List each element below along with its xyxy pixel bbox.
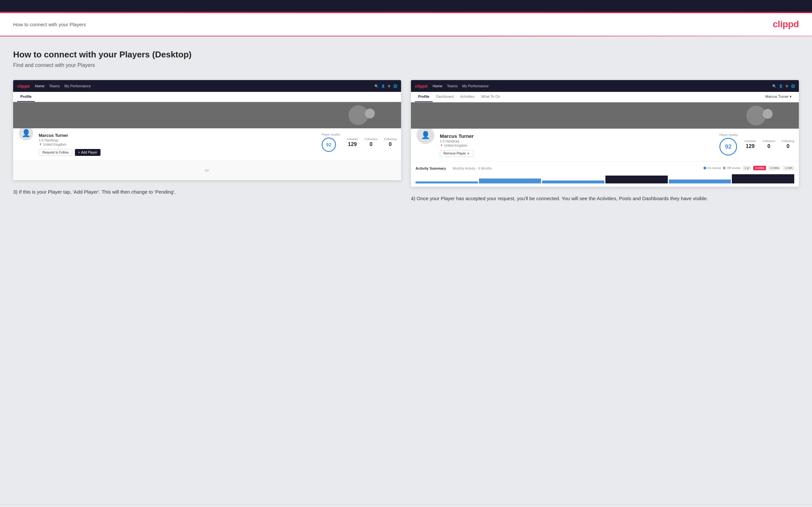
stat-activities-value-2: 129 (744, 144, 756, 149)
nav-performance-1[interactable]: My Performance (64, 84, 91, 88)
app-hero-1 (13, 102, 401, 128)
filter-1yr[interactable]: 1 yr (742, 166, 751, 170)
settings-icon-2[interactable] (785, 84, 789, 88)
player-stats-2: Player Quality 92 Activities 129 Followe… (719, 132, 794, 156)
quality-label-1: Player Quality (321, 133, 340, 136)
tab-profile-2[interactable]: Profile (415, 92, 433, 102)
nav-teams-2[interactable]: Teams (447, 84, 458, 88)
activity-summary: Activity Summary Monthly Activity - 6 Mo… (411, 161, 799, 187)
page-subheading: Find and connect with your Players (13, 62, 799, 68)
stat-following-value-2: 0 (782, 144, 794, 149)
player-name-1: Marcus Turner (39, 133, 317, 138)
profile-buttons-1: Request to Follow + Add Player (39, 149, 317, 156)
stat-activities-1: Activities 129 (347, 137, 358, 147)
tab-whattoon-2[interactable]: What To On (477, 92, 503, 102)
golf-terrain-2 (411, 102, 799, 129)
quality-circle-2: 92 (719, 138, 737, 156)
stat-activities-2: Activities 129 (744, 139, 756, 149)
player-location-2: United Kingdom (440, 144, 715, 147)
quality-label-2: Player Quality (719, 133, 738, 136)
clippd-logo: clippd (773, 19, 799, 30)
add-player-button[interactable]: + Add Player (75, 149, 101, 156)
caption-text-2: 4) Once your Player has accepted your re… (411, 195, 708, 201)
remove-player-button[interactable]: Remove Player ✕ (440, 150, 473, 157)
app-hero-2 (411, 102, 799, 129)
filter-3mths[interactable]: 3 mths (768, 166, 781, 170)
stat-following-label-1: Following (384, 137, 397, 141)
nav-teams-1[interactable]: Teams (49, 84, 60, 88)
location-icon-1 (39, 143, 42, 146)
activity-header: Activity Summary Monthly Activity - 6 Mo… (415, 165, 794, 171)
tab-player-selector[interactable]: Marcus Turner ▾ (762, 92, 795, 102)
search-icon-2[interactable] (772, 84, 776, 88)
app-screenshot-2: clippd Home Teams My Performance Profile (411, 80, 799, 187)
app-nav-right-1 (374, 84, 397, 88)
stat-following-2: Following 0 (782, 139, 794, 149)
main-content: How to connect with your Players (Deskto… (0, 37, 812, 504)
app-nav-right-2 (772, 84, 795, 88)
bar-5 (669, 179, 731, 183)
app-profile-section-2: 👤 Marcus Turner 1-5 Handicap United King… (411, 129, 799, 161)
user-icon-2[interactable] (779, 84, 783, 88)
app-tabs-1: Profile (13, 92, 401, 102)
bar-3 (542, 180, 604, 183)
app-logo-2: clippd (415, 84, 427, 89)
tab-activities-2[interactable]: Activities (457, 92, 477, 102)
nav-home-1[interactable]: Home (35, 84, 44, 88)
app-navbar-2: clippd Home Teams My Performance (411, 80, 799, 92)
activity-filters: On course Off course 1 yr 6 mths 3 mths … (704, 166, 794, 170)
header: How to connect with your Players clippd (0, 13, 812, 36)
request-follow-button[interactable]: Request to Follow (39, 149, 72, 156)
location-icon-2 (440, 144, 443, 147)
screenshot-col-1: clippd Home Teams My Performance Profile (13, 80, 401, 203)
profile-info-1: Marcus Turner 1-5 Handicap United Kingdo… (39, 131, 317, 156)
quality-circle-1: 92 (321, 137, 336, 152)
legend-offcourse: Off course (723, 166, 741, 170)
settings-icon-1[interactable] (388, 84, 391, 88)
stat-activities-label-2: Activities (744, 139, 756, 143)
quality-section-2: Player Quality 92 (719, 133, 738, 156)
profile-buttons-2: Remove Player ✕ (440, 150, 715, 157)
pencil-icon-1: ✏ (205, 167, 210, 174)
nav-home-2[interactable]: Home (433, 84, 442, 88)
app-profile-section-1: 👤 Marcus Turner 1-5 Handicap United King… (13, 128, 401, 161)
stat-followers-label-2: Followers (762, 139, 775, 143)
player-handicap-1: 1-5 Handicap (39, 138, 317, 142)
activity-subtitle: Monthly Activity - 6 Months (453, 167, 492, 170)
stat-activities-label-1: Activities (347, 137, 358, 141)
bar-2 (479, 178, 541, 183)
app-screenshot-bottom-1: ✏ (13, 161, 401, 180)
oncourse-dot (704, 167, 706, 169)
tab-profile-1[interactable]: Profile (17, 92, 35, 102)
globe-icon-1[interactable] (393, 84, 397, 88)
user-icon-1[interactable] (381, 84, 385, 88)
app-screenshot-1: clippd Home Teams My Performance Profile (13, 80, 401, 180)
stat-followers-2: Followers 0 (762, 139, 775, 149)
avatar-icon-2: 👤 (421, 131, 430, 139)
filter-1mth[interactable]: 1 mth (783, 166, 794, 170)
nav-performance-2[interactable]: My Performance (462, 84, 489, 88)
screenshots-row: clippd Home Teams My Performance Profile (13, 80, 799, 203)
stat-following-1: Following 0 (384, 137, 397, 147)
player-stats-1: Player Quality 92 Activities 129 Followe… (321, 131, 397, 152)
app-navbar-1: clippd Home Teams My Performance (13, 80, 401, 92)
search-icon-1[interactable] (374, 84, 378, 88)
activity-left: Activity Summary Monthly Activity - 6 Mo… (415, 165, 492, 171)
bar-4 (605, 176, 668, 183)
filter-6mths[interactable]: 6 mths (753, 166, 766, 170)
tab-dashboard-2[interactable]: Dashboard (433, 92, 457, 102)
activity-chart (415, 174, 794, 183)
stat-followers-value-2: 0 (762, 144, 775, 149)
globe-icon-2[interactable] (791, 84, 795, 88)
top-bar (0, 0, 812, 12)
stat-followers-value-1: 0 (365, 142, 377, 147)
stat-following-label-2: Following (782, 139, 794, 143)
tabs-left-2: Profile Dashboard Activities What To On (415, 92, 503, 102)
avatar-icon-1: 👤 (22, 129, 31, 137)
stat-followers-1: Followers 0 (365, 137, 377, 147)
caption-text-1: 3) If this is your Player tap, 'Add Play… (13, 189, 176, 194)
player-location-1: United Kingdom (39, 143, 317, 146)
remove-close-icon: ✕ (467, 152, 470, 155)
activity-title: Activity Summary (415, 166, 446, 170)
header-title: How to connect with your Players (13, 22, 86, 27)
